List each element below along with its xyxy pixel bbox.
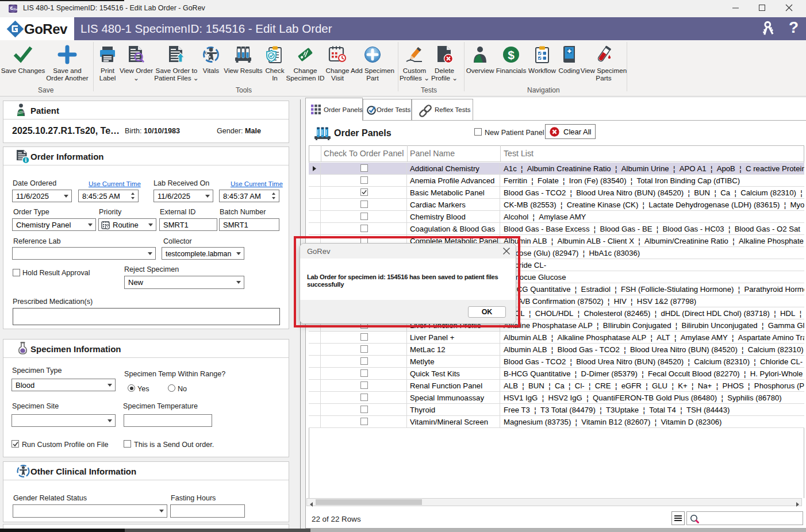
svg-text:Rev: Rev [13,7,18,11]
svg-text:$: $ [508,48,515,61]
